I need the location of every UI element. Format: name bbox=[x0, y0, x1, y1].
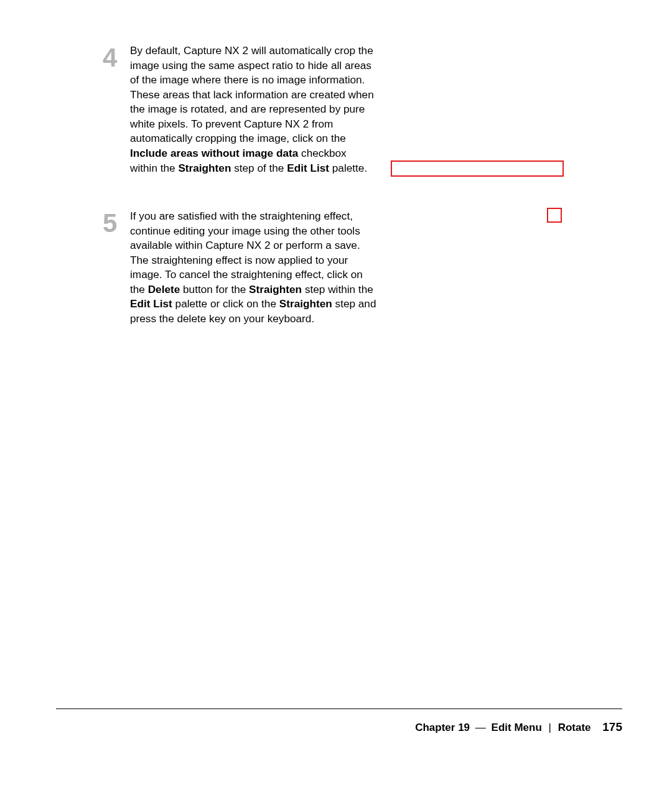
page-footer: Chapter 19 — Edit Menu | Rotate 175 bbox=[415, 720, 622, 734]
steps-container: 4By default, Capture NX 2 will automatic… bbox=[103, 44, 616, 327]
step-4: 4By default, Capture NX 2 will automatic… bbox=[103, 44, 376, 175]
step-number: 4 bbox=[103, 44, 130, 175]
step-text: By default, Capture NX 2 will automatica… bbox=[130, 44, 376, 175]
step-5: 5If you are satisfied with the straighte… bbox=[103, 209, 376, 327]
footer-chapter: Chapter 19 bbox=[415, 722, 470, 733]
step-number: 5 bbox=[103, 209, 130, 327]
footer-page-number: 175 bbox=[602, 720, 622, 733]
footer-section2: Rotate bbox=[558, 722, 591, 733]
footer-section1: Edit Menu bbox=[492, 722, 542, 733]
highlight-box-2 bbox=[547, 208, 562, 223]
footer-dash: — bbox=[475, 722, 486, 733]
highlight-box-1 bbox=[391, 160, 564, 177]
page: 4By default, Capture NX 2 will automatic… bbox=[0, 0, 672, 790]
footer-rule bbox=[56, 709, 622, 709]
footer-divider: | bbox=[549, 722, 551, 733]
step-text: If you are satisfied with the straighten… bbox=[130, 209, 376, 327]
